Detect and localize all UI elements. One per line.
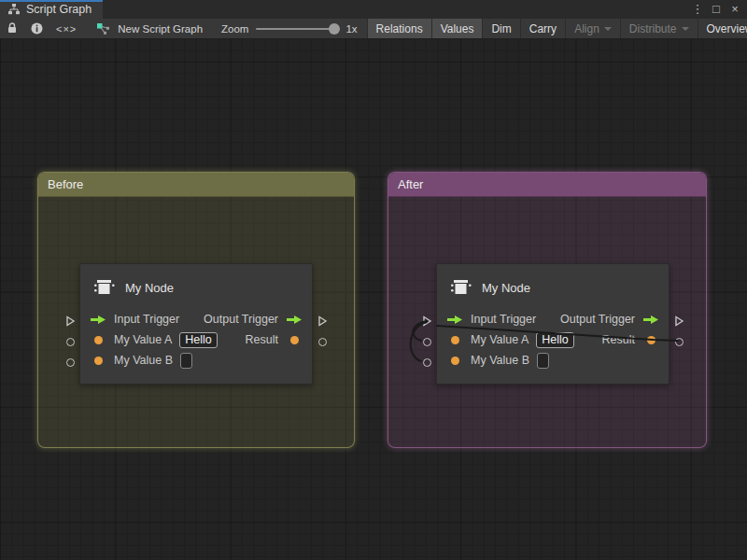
input-trigger-port[interactable] [446, 315, 463, 325]
node-header[interactable]: My Node [437, 264, 669, 307]
zoom-label: Zoom [221, 23, 248, 35]
align-dropdown[interactable]: Align [565, 19, 620, 38]
value-a-port[interactable] [90, 336, 106, 344]
lock-button[interactable] [0, 19, 24, 38]
relations-toggle[interactable]: Relations [367, 19, 431, 38]
trigger-arrow-icon [446, 315, 463, 325]
external-value-a-port[interactable] [420, 335, 433, 348]
window-menu-button[interactable]: ⋮ [691, 1, 704, 18]
external-output-trigger-port[interactable] [316, 315, 329, 328]
output-trigger-port[interactable] [642, 315, 659, 325]
output-trigger-port[interactable] [286, 315, 303, 325]
node-title: My Node [482, 281, 530, 295]
value-a-input[interactable]: Hello [536, 332, 574, 348]
result-port[interactable] [642, 336, 659, 344]
maximize-button[interactable]: □ [710, 1, 723, 18]
input-trigger-port[interactable] [90, 315, 106, 325]
values-toggle[interactable]: Values [431, 19, 483, 38]
result-label: Result [602, 333, 635, 346]
value-b-port[interactable] [446, 357, 463, 365]
chevron-down-icon [682, 27, 689, 31]
external-result-port[interactable] [316, 335, 329, 348]
value-port-outline-icon [423, 358, 431, 367]
value-a-label: My Value A [114, 333, 172, 346]
trigger-port-outline-icon [63, 315, 77, 328]
value-port-outline-icon [675, 338, 684, 346]
dim-toggle[interactable]: Dim [482, 19, 519, 38]
value-port-dot-icon [290, 336, 299, 344]
group-before-label: Before [48, 177, 83, 191]
value-port-outline-icon [66, 358, 75, 367]
value-a-port[interactable] [446, 336, 463, 344]
port-row-value-b: My Value B [90, 350, 303, 371]
graph-breadcrumb[interactable]: New Script Graph [83, 19, 212, 38]
value-a-label: My Value A [471, 333, 529, 346]
script-graph-window: Script Graph ⋮ □ × <×> [0, 0, 747, 560]
value-b-label: My Value B [114, 354, 173, 367]
value-a-input[interactable]: Hello [179, 332, 218, 348]
distribute-dropdown[interactable]: Distribute [620, 19, 698, 38]
external-value-b-port[interactable] [420, 356, 433, 369]
port-row-value-a: My Value A Hello Result [90, 329, 303, 350]
value-b-input[interactable] [180, 353, 192, 369]
value-b-label: My Value B [471, 354, 529, 367]
node-my-node-before[interactable]: My Node Input Trigger Output Trigger [79, 263, 313, 385]
group-after-header[interactable]: After [388, 173, 706, 197]
value-b-port[interactable] [90, 357, 106, 365]
value-port-outline-icon [66, 338, 75, 346]
toolbar-toggle-group: Relations Values Dim Carry Align Distrib… [367, 19, 747, 38]
graph-canvas[interactable]: Before After [0, 39, 747, 560]
external-value-b-port[interactable] [63, 356, 77, 369]
code-view-toggle[interactable]: <×> [49, 19, 83, 38]
graph-name: New Script Graph [118, 23, 203, 35]
value-port-outline-icon [318, 338, 327, 346]
trigger-port-outline-icon [672, 315, 685, 328]
external-output-trigger-port[interactable] [672, 315, 685, 328]
inspect-button[interactable] [24, 19, 49, 38]
close-button[interactable]: × [728, 1, 741, 18]
port-row-value-a: My Value A Hello Result [446, 329, 659, 350]
value-b-input[interactable] [537, 353, 549, 369]
zoom-value: 1x [345, 23, 357, 35]
node-ports: Input Trigger Output Trigger My Value A … [80, 307, 312, 371]
tab-title: Script Graph [26, 3, 92, 16]
node-ports: Input Trigger Output Trigger My Value A … [437, 307, 669, 371]
unit-node-icon [450, 276, 472, 299]
tab-script-graph[interactable]: Script Graph [0, 0, 103, 19]
chevron-down-icon [604, 27, 612, 31]
carry-toggle[interactable]: Carry [520, 19, 565, 38]
tab-bar: Script Graph ⋮ □ × [0, 0, 747, 19]
input-trigger-label: Input Trigger [114, 313, 179, 326]
graph-hierarchy-icon [7, 3, 21, 16]
trigger-port-outline-icon [316, 315, 329, 328]
port-row-triggers: Input Trigger Output Trigger [446, 309, 659, 329]
overview-button[interactable]: Overview [698, 19, 747, 38]
result-label: Result [246, 333, 278, 346]
group-before-header[interactable]: Before [38, 173, 354, 197]
input-trigger-label: Input Trigger [471, 313, 536, 326]
output-trigger-label: Output Trigger [560, 313, 635, 326]
trigger-arrow-icon [642, 315, 659, 325]
zoom-slider-handle[interactable] [329, 23, 340, 35]
external-input-trigger-port[interactable] [420, 315, 433, 328]
node-my-node-after[interactable]: My Node Input Trigger Output Trigger [436, 263, 669, 385]
zoom-slider[interactable] [256, 28, 338, 30]
trigger-arrow-icon [286, 315, 303, 325]
active-tab-indicator [0, 0, 103, 2]
info-icon [31, 22, 43, 35]
value-port-dot-icon [94, 357, 103, 365]
port-row-triggers: Input Trigger Output Trigger [90, 309, 303, 329]
value-port-dot-icon [451, 357, 459, 365]
external-value-a-port[interactable] [63, 335, 77, 348]
result-port[interactable] [286, 336, 303, 344]
port-row-value-b: My Value B [446, 350, 659, 371]
value-port-dot-icon [647, 336, 655, 344]
node-title: My Node [125, 281, 174, 295]
node-header[interactable]: My Node [80, 264, 312, 307]
script-graph-asset-icon [96, 22, 111, 35]
external-result-port[interactable] [672, 335, 685, 348]
external-input-trigger-port[interactable] [63, 315, 77, 328]
value-port-dot-icon [94, 336, 103, 344]
trigger-port-outline-icon [420, 315, 433, 328]
group-after-label: After [398, 177, 423, 191]
